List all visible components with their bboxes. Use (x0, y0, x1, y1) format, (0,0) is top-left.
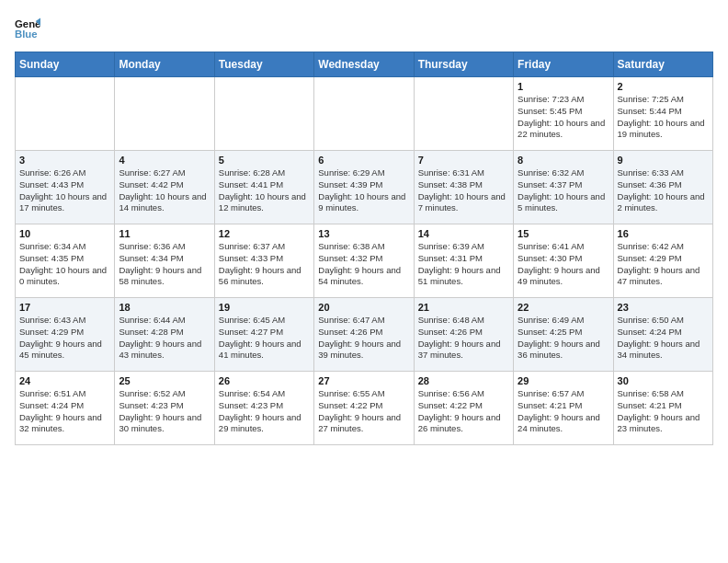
day-info: Sunrise: 6:55 AM Sunset: 4:22 PM Dayligh… (318, 388, 409, 435)
day-info: Sunrise: 6:32 AM Sunset: 4:37 PM Dayligh… (518, 167, 609, 214)
day-number: 14 (418, 228, 509, 239)
day-number: 26 (219, 375, 310, 386)
calendar-cell: 25Sunrise: 6:52 AM Sunset: 4:23 PM Dayli… (115, 372, 214, 445)
day-number: 11 (119, 228, 210, 239)
weekday-header: Friday (514, 52, 613, 77)
day-info: Sunrise: 6:49 AM Sunset: 4:25 PM Dayligh… (518, 315, 609, 362)
calendar-cell (314, 77, 414, 151)
day-info: Sunrise: 6:42 AM Sunset: 4:29 PM Dayligh… (618, 241, 709, 288)
day-info: Sunrise: 6:29 AM Sunset: 4:39 PM Dayligh… (318, 167, 409, 214)
calendar-cell: 11Sunrise: 6:36 AM Sunset: 4:34 PM Dayli… (115, 224, 214, 298)
calendar-week-row: 10Sunrise: 6:34 AM Sunset: 4:35 PM Dayli… (16, 224, 713, 298)
calendar-cell: 21Sunrise: 6:48 AM Sunset: 4:26 PM Dayli… (414, 298, 513, 372)
calendar-cell (16, 77, 115, 151)
calendar: SundayMondayTuesdayWednesdayThursdayFrid… (15, 52, 713, 445)
day-info: Sunrise: 6:54 AM Sunset: 4:23 PM Dayligh… (219, 388, 310, 435)
calendar-cell: 12Sunrise: 6:37 AM Sunset: 4:33 PM Dayli… (214, 224, 313, 298)
day-info: Sunrise: 6:31 AM Sunset: 4:38 PM Dayligh… (418, 167, 509, 214)
day-number: 18 (119, 302, 210, 313)
calendar-cell (115, 77, 214, 151)
day-info: Sunrise: 6:38 AM Sunset: 4:32 PM Dayligh… (318, 241, 409, 288)
calendar-cell: 10Sunrise: 6:34 AM Sunset: 4:35 PM Dayli… (16, 224, 115, 298)
weekday-header: Wednesday (314, 52, 414, 77)
day-info: Sunrise: 6:47 AM Sunset: 4:26 PM Dayligh… (318, 315, 409, 362)
day-info: Sunrise: 6:44 AM Sunset: 4:28 PM Dayligh… (119, 315, 210, 362)
day-number: 27 (318, 375, 409, 386)
day-info: Sunrise: 6:52 AM Sunset: 4:23 PM Dayligh… (119, 388, 210, 435)
calendar-cell: 4Sunrise: 6:27 AM Sunset: 4:42 PM Daylig… (115, 151, 214, 224)
day-number: 5 (219, 155, 310, 166)
day-number: 20 (318, 302, 409, 313)
calendar-cell: 1Sunrise: 7:23 AM Sunset: 5:45 PM Daylig… (514, 77, 613, 151)
calendar-week-row: 3Sunrise: 6:26 AM Sunset: 4:43 PM Daylig… (16, 151, 713, 224)
day-info: Sunrise: 7:23 AM Sunset: 5:45 PM Dayligh… (518, 94, 609, 141)
weekday-header: Saturday (613, 52, 712, 77)
day-number: 6 (318, 155, 409, 166)
day-number: 10 (19, 228, 110, 239)
weekday-header: Sunday (16, 52, 115, 77)
day-number: 21 (418, 302, 509, 313)
day-number: 24 (19, 375, 110, 386)
calendar-cell: 29Sunrise: 6:57 AM Sunset: 4:21 PM Dayli… (514, 372, 613, 445)
page-header: General Blue (15, 15, 713, 40)
calendar-cell: 27Sunrise: 6:55 AM Sunset: 4:22 PM Dayli… (314, 372, 414, 445)
day-number: 16 (618, 228, 709, 239)
day-info: Sunrise: 6:27 AM Sunset: 4:42 PM Dayligh… (119, 167, 210, 214)
day-number: 23 (618, 302, 709, 313)
calendar-cell: 13Sunrise: 6:38 AM Sunset: 4:32 PM Dayli… (314, 224, 414, 298)
calendar-cell: 28Sunrise: 6:56 AM Sunset: 4:22 PM Dayli… (414, 372, 513, 445)
calendar-cell: 24Sunrise: 6:51 AM Sunset: 4:24 PM Dayli… (16, 372, 115, 445)
weekday-header: Tuesday (214, 52, 313, 77)
day-info: Sunrise: 6:48 AM Sunset: 4:26 PM Dayligh… (418, 315, 509, 362)
day-info: Sunrise: 6:28 AM Sunset: 4:41 PM Dayligh… (219, 167, 310, 214)
logo-icon: General Blue (15, 15, 40, 40)
calendar-cell: 22Sunrise: 6:49 AM Sunset: 4:25 PM Dayli… (514, 298, 613, 372)
day-number: 15 (518, 228, 609, 239)
day-info: Sunrise: 6:37 AM Sunset: 4:33 PM Dayligh… (219, 241, 310, 288)
day-info: Sunrise: 6:26 AM Sunset: 4:43 PM Dayligh… (19, 167, 110, 214)
calendar-week-row: 1Sunrise: 7:23 AM Sunset: 5:45 PM Daylig… (16, 77, 713, 151)
weekday-header-row: SundayMondayTuesdayWednesdayThursdayFrid… (16, 52, 713, 77)
day-number: 30 (618, 375, 709, 386)
day-info: Sunrise: 6:33 AM Sunset: 4:36 PM Dayligh… (618, 167, 709, 214)
calendar-week-row: 17Sunrise: 6:43 AM Sunset: 4:29 PM Dayli… (16, 298, 713, 372)
day-info: Sunrise: 6:45 AM Sunset: 4:27 PM Dayligh… (219, 315, 310, 362)
day-info: Sunrise: 7:25 AM Sunset: 5:44 PM Dayligh… (618, 94, 709, 141)
day-number: 3 (19, 155, 110, 166)
weekday-header: Thursday (414, 52, 513, 77)
calendar-cell: 5Sunrise: 6:28 AM Sunset: 4:41 PM Daylig… (214, 151, 313, 224)
calendar-cell (214, 77, 313, 151)
day-info: Sunrise: 6:39 AM Sunset: 4:31 PM Dayligh… (418, 241, 509, 288)
calendar-cell: 6Sunrise: 6:29 AM Sunset: 4:39 PM Daylig… (314, 151, 414, 224)
day-info: Sunrise: 6:57 AM Sunset: 4:21 PM Dayligh… (518, 388, 609, 435)
day-number: 25 (119, 375, 210, 386)
day-info: Sunrise: 6:56 AM Sunset: 4:22 PM Dayligh… (418, 388, 509, 435)
day-number: 29 (518, 375, 609, 386)
day-number: 28 (418, 375, 509, 386)
day-number: 4 (119, 155, 210, 166)
calendar-cell: 8Sunrise: 6:32 AM Sunset: 4:37 PM Daylig… (514, 151, 613, 224)
calendar-week-row: 24Sunrise: 6:51 AM Sunset: 4:24 PM Dayli… (16, 372, 713, 445)
day-number: 22 (518, 302, 609, 313)
calendar-cell: 3Sunrise: 6:26 AM Sunset: 4:43 PM Daylig… (16, 151, 115, 224)
day-number: 8 (518, 155, 609, 166)
day-info: Sunrise: 6:51 AM Sunset: 4:24 PM Dayligh… (19, 388, 110, 435)
day-number: 13 (318, 228, 409, 239)
weekday-header: Monday (115, 52, 214, 77)
day-number: 17 (19, 302, 110, 313)
calendar-cell: 7Sunrise: 6:31 AM Sunset: 4:38 PM Daylig… (414, 151, 513, 224)
day-number: 19 (219, 302, 310, 313)
day-info: Sunrise: 6:50 AM Sunset: 4:24 PM Dayligh… (618, 315, 709, 362)
calendar-cell: 15Sunrise: 6:41 AM Sunset: 4:30 PM Dayli… (514, 224, 613, 298)
calendar-cell: 20Sunrise: 6:47 AM Sunset: 4:26 PM Dayli… (314, 298, 414, 372)
calendar-cell: 14Sunrise: 6:39 AM Sunset: 4:31 PM Dayli… (414, 224, 513, 298)
calendar-cell: 17Sunrise: 6:43 AM Sunset: 4:29 PM Dayli… (16, 298, 115, 372)
day-info: Sunrise: 6:43 AM Sunset: 4:29 PM Dayligh… (19, 315, 110, 362)
calendar-cell: 18Sunrise: 6:44 AM Sunset: 4:28 PM Dayli… (115, 298, 214, 372)
svg-text:Blue: Blue (15, 29, 38, 40)
day-info: Sunrise: 6:41 AM Sunset: 4:30 PM Dayligh… (518, 241, 609, 288)
calendar-cell: 19Sunrise: 6:45 AM Sunset: 4:27 PM Dayli… (214, 298, 313, 372)
day-info: Sunrise: 6:36 AM Sunset: 4:34 PM Dayligh… (119, 241, 210, 288)
calendar-cell: 9Sunrise: 6:33 AM Sunset: 4:36 PM Daylig… (613, 151, 712, 224)
day-number: 9 (618, 155, 709, 166)
